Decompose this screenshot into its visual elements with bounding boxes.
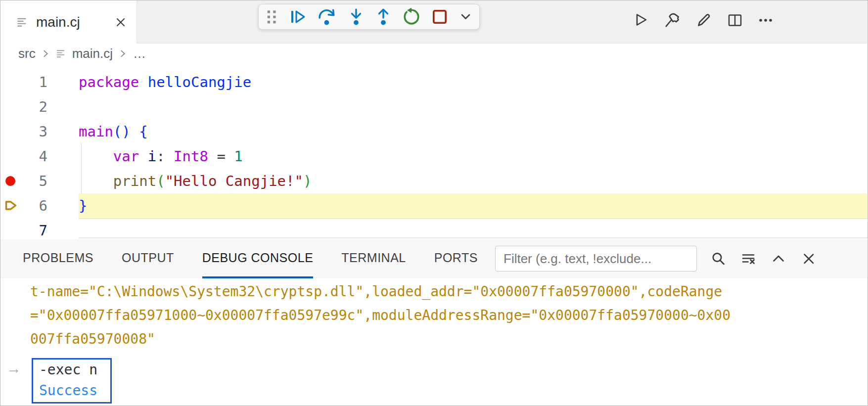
tab-label: main.cj xyxy=(36,14,80,30)
breadcrumb-item-file[interactable]: main.cj xyxy=(72,46,113,61)
code-token: helloCangjie xyxy=(148,74,252,90)
editor-line[interactable]: 1package helloCangjie xyxy=(0,70,868,94)
editor-line[interactable]: 5 print("Hello Cangjie!") xyxy=(0,169,868,193)
code-token: ) xyxy=(303,173,312,189)
continue-button[interactable] xyxy=(289,8,307,26)
console-input-box[interactable]: -exec n Success xyxy=(32,358,112,404)
line-number: 3 xyxy=(0,119,47,144)
code-line-content: var i: Int8 = 1 xyxy=(79,144,868,169)
filter-input[interactable] xyxy=(495,246,697,271)
maximize-panel-chevron-up-icon[interactable] xyxy=(771,251,787,268)
line-number: 2 xyxy=(0,94,47,119)
code-token: ( xyxy=(156,173,165,189)
editor-line[interactable]: 3main() { xyxy=(0,119,868,144)
panel-tab-debug-console[interactable]: DEBUG CONSOLE xyxy=(202,239,314,278)
step-over-button[interactable] xyxy=(317,8,337,26)
breadcrumb-item-symbol[interactable]: … xyxy=(133,46,146,61)
code-token xyxy=(226,148,234,165)
breakpoint-icon[interactable] xyxy=(5,176,15,186)
edit-pencil-icon[interactable] xyxy=(695,11,713,29)
clear-console-icon[interactable] xyxy=(740,251,757,268)
toolbar-drag-handle-icon[interactable] xyxy=(266,9,278,24)
console-result: Success xyxy=(39,380,97,401)
vscode-window: main.cj xyxy=(0,0,868,406)
code-token: = xyxy=(217,148,225,165)
file-icon xyxy=(56,48,66,59)
console-output-line: ="0x00007ffa05971000~0x00007ffa0597e99c"… xyxy=(0,304,868,327)
code-token xyxy=(208,148,217,165)
close-panel-icon[interactable] xyxy=(801,251,818,268)
panel-tab-terminal[interactable]: TERMINAL xyxy=(341,239,406,278)
code-token: "Hello Cangjie!" xyxy=(165,173,303,189)
bottom-panel: PROBLEMSOUTPUTDEBUG CONSOLETERMINALPORTS xyxy=(0,239,868,406)
code-line-content: package helloCangjie xyxy=(79,70,868,94)
stop-button[interactable] xyxy=(431,8,449,26)
line-number: 7 xyxy=(0,218,47,239)
code-token xyxy=(139,148,147,165)
code-token xyxy=(79,173,113,189)
code-token xyxy=(139,74,147,90)
code-token: i xyxy=(148,148,156,165)
panel-tab-output[interactable]: OUTPUT xyxy=(122,239,174,278)
build-hammer-icon[interactable] xyxy=(663,11,681,29)
console-output-line: 007ffa05970008" xyxy=(0,327,868,351)
editor-line[interactable]: 2 xyxy=(0,94,868,119)
step-into-button[interactable] xyxy=(348,8,365,26)
code-token: main xyxy=(79,123,113,140)
editor-line[interactable]: 6} xyxy=(0,193,868,218)
line-number: 4 xyxy=(0,144,47,169)
line-number: 1 xyxy=(0,70,47,94)
panel-tab-problems[interactable]: PROBLEMS xyxy=(23,239,93,278)
code-token: print xyxy=(113,173,156,189)
more-actions-icon[interactable] xyxy=(757,12,774,29)
code-token: } xyxy=(79,197,87,214)
debug-console[interactable]: t-name="C:\Windows\System32\cryptsp.dll"… xyxy=(0,278,868,406)
panel-header: PROBLEMSOUTPUTDEBUG CONSOLETERMINALPORTS xyxy=(0,239,868,278)
code-line-content: } xyxy=(79,193,868,218)
debug-toolbar xyxy=(258,4,480,30)
console-command: -exec n xyxy=(39,360,97,380)
close-tab-icon[interactable] xyxy=(114,15,128,29)
code-token xyxy=(79,148,113,165)
code-token: : xyxy=(156,148,165,165)
editor-actions xyxy=(633,11,774,29)
editor-tab-main-cj[interactable]: main.cj xyxy=(0,0,137,44)
editor-line[interactable]: 4 var i: Int8 = 1 xyxy=(0,144,868,169)
console-output-line: t-name="C:\Windows\System32\cryptsp.dll"… xyxy=(0,280,868,304)
panel-tabs: PROBLEMSOUTPUTDEBUG CONSOLETERMINALPORTS xyxy=(23,239,478,278)
stop-dropdown-chevron-icon[interactable] xyxy=(459,10,472,23)
chevron-right-icon xyxy=(42,49,50,58)
code-token: () xyxy=(113,123,131,140)
file-icon xyxy=(16,16,28,28)
breadcrumb-item-src[interactable]: src xyxy=(18,46,36,61)
console-prompt-arrow-icon: → xyxy=(6,360,21,377)
panel-actions xyxy=(710,239,818,278)
indent-guide xyxy=(81,144,82,193)
breadcrumb: src main.cj … xyxy=(0,44,868,64)
editor-line[interactable]: 7 xyxy=(0,218,868,239)
debug-current-line-arrow-icon xyxy=(3,198,18,213)
code-token: Int8 xyxy=(174,148,208,165)
search-icon[interactable] xyxy=(710,251,727,268)
console-input-row: → -exec n Success xyxy=(0,358,868,404)
run-button[interactable] xyxy=(633,12,649,29)
code-token xyxy=(131,123,139,140)
code-token: 1 xyxy=(234,148,242,165)
code-line-content: print("Hello Cangjie!") xyxy=(79,169,868,193)
restart-button[interactable] xyxy=(403,8,420,26)
code-token: var xyxy=(113,148,139,165)
code-token: { xyxy=(139,123,147,140)
code-line-content xyxy=(79,94,868,119)
code-token: package xyxy=(79,74,139,90)
chevron-right-icon xyxy=(119,49,127,58)
step-out-button[interactable] xyxy=(375,8,392,26)
code-token xyxy=(165,148,174,165)
panel-tab-ports[interactable]: PORTS xyxy=(434,239,478,278)
code-line-content: main() { xyxy=(79,119,868,144)
code-line-content xyxy=(79,218,868,238)
split-editor-icon[interactable] xyxy=(727,12,743,29)
code-editor[interactable]: 1package helloCangjie23main() {4 var i: … xyxy=(0,64,868,239)
editor-tab-bar: main.cj xyxy=(0,0,868,44)
